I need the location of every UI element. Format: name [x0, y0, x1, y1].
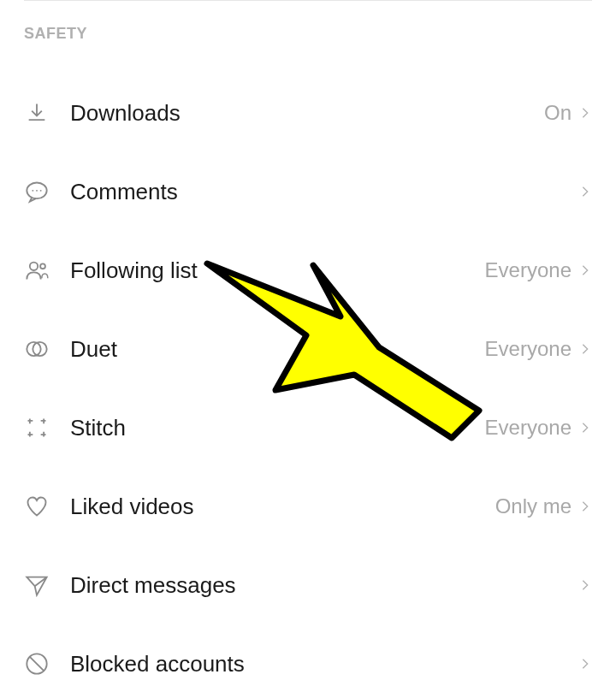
comments-label: Comments: [70, 179, 572, 205]
chevron-right-icon: [578, 578, 592, 592]
duet-value: Everyone: [485, 337, 572, 361]
paper-plane-icon: [24, 572, 50, 598]
liked-videos-label: Liked videos: [70, 494, 495, 520]
chevron-right-icon: [578, 421, 592, 435]
duet-icon: [24, 336, 50, 362]
chevron-right-icon: [578, 185, 592, 198]
section-header-safety: SAFETY: [24, 25, 592, 43]
stitch-icon: [24, 415, 50, 441]
heart-icon: [24, 494, 50, 519]
following-list-value: Everyone: [485, 258, 572, 282]
stitch-value: Everyone: [485, 416, 572, 440]
people-icon: [24, 257, 50, 283]
following-list-row[interactable]: Following list Everyone: [24, 231, 592, 310]
svg-point-3: [40, 190, 42, 192]
chevron-right-icon: [578, 106, 592, 120]
download-icon: [24, 100, 50, 126]
chevron-right-icon: [578, 263, 592, 277]
svg-point-2: [36, 190, 38, 192]
blocked-icon: [24, 651, 50, 677]
blocked-accounts-label: Blocked accounts: [70, 651, 572, 677]
direct-messages-row[interactable]: Direct messages: [24, 546, 592, 624]
svg-point-1: [32, 190, 33, 192]
following-list-label: Following list: [70, 257, 485, 284]
downloads-value: On: [544, 101, 572, 125]
comments-row[interactable]: Comments: [24, 152, 592, 231]
svg-point-5: [40, 263, 45, 269]
svg-point-4: [30, 263, 38, 270]
stitch-row[interactable]: Stitch Everyone: [24, 388, 592, 467]
stitch-label: Stitch: [70, 415, 485, 441]
blocked-accounts-row[interactable]: Blocked accounts: [24, 624, 592, 698]
liked-videos-value: Only me: [495, 494, 572, 518]
comments-icon: [24, 179, 50, 204]
liked-videos-row[interactable]: Liked videos Only me: [24, 467, 592, 546]
section-divider: [24, 0, 592, 1]
duet-label: Duet: [70, 336, 485, 363]
chevron-right-icon: [578, 342, 592, 356]
downloads-label: Downloads: [70, 100, 544, 127]
chevron-right-icon: [578, 500, 592, 513]
downloads-row[interactable]: Downloads On: [24, 74, 592, 152]
direct-messages-label: Direct messages: [70, 572, 572, 599]
chevron-right-icon: [578, 657, 592, 671]
duet-row[interactable]: Duet Everyone: [24, 310, 592, 388]
